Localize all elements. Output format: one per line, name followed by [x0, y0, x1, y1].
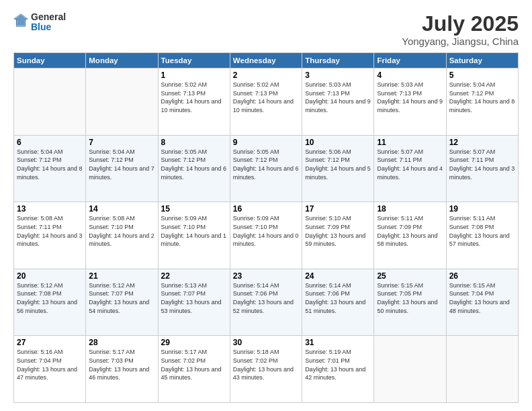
table-row: 25Sunrise: 5:15 AMSunset: 7:05 PMDayligh… [374, 269, 446, 336]
day-number: 6 [17, 138, 83, 147]
table-row: 6Sunrise: 5:04 AMSunset: 7:12 PMDaylight… [14, 135, 86, 202]
table-row [374, 336, 446, 403]
day-detail: Sunrise: 5:05 AMSunset: 7:12 PMDaylight:… [161, 148, 227, 181]
location-subtitle: Yongyang, Jiangsu, China [402, 36, 519, 47]
day-number: 5 [449, 71, 515, 80]
day-detail: Sunrise: 5:17 AMSunset: 7:02 PMDaylight:… [161, 348, 227, 381]
calendar-week-row: 6Sunrise: 5:04 AMSunset: 7:12 PMDaylight… [14, 135, 519, 202]
day-detail: Sunrise: 5:04 AMSunset: 7:12 PMDaylight:… [89, 148, 154, 181]
day-number: 15 [161, 204, 227, 214]
day-detail: Sunrise: 5:05 AMSunset: 7:12 PMDaylight:… [233, 148, 299, 181]
day-detail: Sunrise: 5:06 AMSunset: 7:12 PMDaylight:… [305, 148, 371, 181]
header-sunday: Sunday [14, 53, 86, 68]
table-row: 7Sunrise: 5:04 AMSunset: 7:12 PMDaylight… [86, 135, 158, 202]
day-number: 16 [233, 204, 299, 214]
table-row: 31Sunrise: 5:19 AMSunset: 7:01 PMDayligh… [302, 336, 374, 403]
calendar-week-row: 20Sunrise: 5:12 AMSunset: 7:08 PMDayligh… [14, 269, 519, 336]
header-thursday: Thursday [302, 53, 374, 68]
day-detail: Sunrise: 5:04 AMSunset: 7:12 PMDaylight:… [449, 81, 515, 114]
logo: General Blue [13, 12, 66, 33]
day-detail: Sunrise: 5:04 AMSunset: 7:12 PMDaylight:… [17, 148, 83, 181]
header-wednesday: Wednesday [230, 53, 302, 68]
day-detail: Sunrise: 5:11 AMSunset: 7:08 PMDaylight:… [449, 214, 515, 248]
day-detail: Sunrise: 5:09 AMSunset: 7:10 PMDaylight:… [233, 214, 299, 248]
day-number: 27 [17, 338, 83, 347]
month-title: July 2025 [402, 12, 519, 36]
day-detail: Sunrise: 5:12 AMSunset: 7:07 PMDaylight:… [89, 281, 154, 315]
day-number: 4 [377, 71, 443, 80]
table-row: 29Sunrise: 5:17 AMSunset: 7:02 PMDayligh… [158, 336, 230, 403]
day-detail: Sunrise: 5:19 AMSunset: 7:01 PMDaylight:… [305, 348, 371, 381]
title-block: July 2025 Yongyang, Jiangsu, China [402, 12, 519, 47]
table-row: 27Sunrise: 5:16 AMSunset: 7:04 PMDayligh… [14, 336, 86, 403]
calendar-week-row: 1Sunrise: 5:02 AMSunset: 7:13 PMDaylight… [14, 68, 519, 136]
table-row: 1Sunrise: 5:02 AMSunset: 7:13 PMDaylight… [158, 68, 230, 136]
day-number: 25 [377, 271, 443, 281]
day-detail: Sunrise: 5:14 AMSunset: 7:06 PMDaylight:… [305, 281, 371, 315]
day-detail: Sunrise: 5:09 AMSunset: 7:10 PMDaylight:… [161, 214, 227, 248]
day-number: 22 [161, 271, 227, 281]
table-row: 19Sunrise: 5:11 AMSunset: 7:08 PMDayligh… [446, 202, 518, 269]
day-detail: Sunrise: 5:15 AMSunset: 7:04 PMDaylight:… [449, 281, 515, 315]
day-number: 17 [305, 204, 371, 214]
day-number: 14 [89, 204, 154, 214]
table-row: 23Sunrise: 5:14 AMSunset: 7:06 PMDayligh… [230, 269, 302, 336]
day-number: 23 [233, 271, 299, 281]
header: General Blue July 2025 Yongyang, Jiangsu… [13, 12, 519, 47]
day-number: 9 [233, 138, 299, 147]
logo-icon [13, 13, 28, 28]
day-detail: Sunrise: 5:17 AMSunset: 7:03 PMDaylight:… [89, 348, 154, 381]
day-number: 8 [161, 138, 227, 147]
header-saturday: Saturday [446, 53, 518, 68]
header-friday: Friday [374, 53, 446, 68]
day-number: 12 [449, 138, 515, 147]
table-row: 2Sunrise: 5:02 AMSunset: 7:13 PMDaylight… [230, 68, 302, 136]
day-number: 19 [449, 204, 515, 214]
day-number: 13 [17, 204, 83, 214]
day-detail: Sunrise: 5:16 AMSunset: 7:04 PMDaylight:… [17, 348, 83, 381]
day-detail: Sunrise: 5:13 AMSunset: 7:07 PMDaylight:… [161, 281, 227, 315]
day-detail: Sunrise: 5:07 AMSunset: 7:11 PMDaylight:… [377, 148, 443, 181]
day-detail: Sunrise: 5:11 AMSunset: 7:09 PMDaylight:… [377, 214, 443, 248]
table-row: 3Sunrise: 5:03 AMSunset: 7:13 PMDaylight… [302, 68, 374, 136]
header-monday: Monday [86, 53, 158, 68]
table-row: 12Sunrise: 5:07 AMSunset: 7:11 PMDayligh… [446, 135, 518, 202]
day-detail: Sunrise: 5:03 AMSunset: 7:13 PMDaylight:… [377, 81, 443, 114]
table-row: 22Sunrise: 5:13 AMSunset: 7:07 PMDayligh… [158, 269, 230, 336]
table-row: 15Sunrise: 5:09 AMSunset: 7:10 PMDayligh… [158, 202, 230, 269]
day-detail: Sunrise: 5:03 AMSunset: 7:13 PMDaylight:… [305, 81, 371, 114]
day-number: 20 [17, 271, 83, 281]
table-row: 5Sunrise: 5:04 AMSunset: 7:12 PMDaylight… [446, 68, 518, 136]
day-number: 1 [161, 71, 227, 80]
table-row: 21Sunrise: 5:12 AMSunset: 7:07 PMDayligh… [86, 269, 158, 336]
table-row: 17Sunrise: 5:10 AMSunset: 7:09 PMDayligh… [302, 202, 374, 269]
day-detail: Sunrise: 5:14 AMSunset: 7:06 PMDaylight:… [233, 281, 299, 315]
day-number: 10 [305, 138, 371, 147]
day-detail: Sunrise: 5:10 AMSunset: 7:09 PMDaylight:… [305, 214, 371, 248]
day-number: 11 [377, 138, 443, 147]
table-row [446, 336, 518, 403]
table-row: 8Sunrise: 5:05 AMSunset: 7:12 PMDaylight… [158, 135, 230, 202]
day-detail: Sunrise: 5:02 AMSunset: 7:13 PMDaylight:… [161, 81, 227, 114]
table-row: 9Sunrise: 5:05 AMSunset: 7:12 PMDaylight… [230, 135, 302, 202]
day-number: 18 [377, 204, 443, 214]
day-number: 29 [161, 338, 227, 347]
day-number: 21 [89, 271, 154, 281]
table-row: 26Sunrise: 5:15 AMSunset: 7:04 PMDayligh… [446, 269, 518, 336]
header-tuesday: Tuesday [158, 53, 230, 68]
calendar-week-row: 13Sunrise: 5:08 AMSunset: 7:11 PMDayligh… [14, 202, 519, 269]
logo-general: General [31, 12, 66, 22]
logo-text: General Blue [31, 12, 66, 33]
table-row: 30Sunrise: 5:18 AMSunset: 7:02 PMDayligh… [230, 336, 302, 403]
day-detail: Sunrise: 5:02 AMSunset: 7:13 PMDaylight:… [233, 81, 299, 114]
day-number: 2 [233, 71, 299, 80]
table-row: 13Sunrise: 5:08 AMSunset: 7:11 PMDayligh… [14, 202, 86, 269]
table-row [86, 68, 158, 136]
day-number: 26 [449, 271, 515, 281]
day-detail: Sunrise: 5:08 AMSunset: 7:11 PMDaylight:… [17, 214, 83, 248]
table-row: 11Sunrise: 5:07 AMSunset: 7:11 PMDayligh… [374, 135, 446, 202]
table-row: 20Sunrise: 5:12 AMSunset: 7:08 PMDayligh… [14, 269, 86, 336]
day-detail: Sunrise: 5:18 AMSunset: 7:02 PMDaylight:… [233, 348, 299, 381]
calendar-week-row: 27Sunrise: 5:16 AMSunset: 7:04 PMDayligh… [14, 336, 519, 403]
day-number: 31 [305, 338, 371, 347]
